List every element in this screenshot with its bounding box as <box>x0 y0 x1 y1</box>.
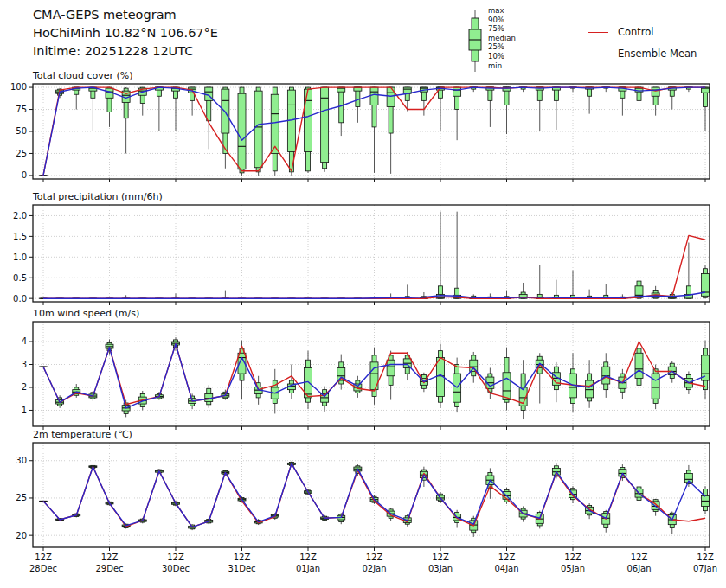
legend-entry-control: Control <box>588 26 654 38</box>
box-25-75 <box>652 374 659 399</box>
meteogram-app: 0255075100Total cloud cover (%)0.00.51.0… <box>0 0 726 588</box>
box-25-75 <box>321 87 329 163</box>
y-tick-label: 1.0 <box>13 252 27 262</box>
box-25-75 <box>222 89 229 133</box>
x-tick-label-date: 04Jan <box>494 564 518 573</box>
x-tick-label-hour: 12Z <box>564 553 581 562</box>
boxplot-legend-label: max <box>488 6 516 16</box>
box-25-75 <box>635 353 643 378</box>
boxplot-legend-label: 90% <box>488 16 516 25</box>
control-label: Control <box>618 26 654 38</box>
chart-inittime: Initime: 20251228 12UTC <box>33 42 218 61</box>
x-axis-labels: 12Z28Dec12Z29Dec12Z30Dec12Z31Dec12Z01Jan… <box>29 553 717 573</box>
y-tick-label: 2.0 <box>13 211 27 220</box>
boxplot-legend-sample <box>465 5 485 76</box>
panel-title-wind-speed: 10m wind speed (m/s) <box>33 308 139 319</box>
x-tick-label-hour: 12Z <box>234 553 251 562</box>
box-25-75 <box>387 360 395 376</box>
boxplot-legend-label: min <box>488 61 516 71</box>
boxplot-legend-label: 25% <box>488 42 516 52</box>
x-tick-label-hour: 12Z <box>697 553 714 562</box>
panel-frame <box>33 205 710 302</box>
box-25-75 <box>470 360 478 371</box>
y-tick-label: 0.0 <box>13 294 27 304</box>
boxplot-legend-labels: max90%75%median25%10%min <box>488 6 516 70</box>
panel-cloud-cover: 0255075100Total cloud cover (%) <box>10 70 710 182</box>
x-tick-label-hour: 12Z <box>366 553 383 562</box>
y-tick-label: 100 <box>10 82 27 92</box>
x-tick-label-hour: 12Z <box>101 553 119 562</box>
ensemble-mean-line-swatch <box>588 54 608 54</box>
x-tick-label-date: 29Dec <box>95 564 123 573</box>
y-tick-label: 3 <box>22 360 27 369</box>
box-25-75 <box>503 373 511 400</box>
boxplot-legend-label: median <box>488 34 516 43</box>
box-25-75 <box>305 89 312 151</box>
y-tick-label: 4 <box>22 336 27 346</box>
panel-precipitation: 0.00.51.01.52.0Total precipitation (mm/6… <box>13 191 710 305</box>
y-tick-label: 25 <box>16 149 27 158</box>
x-tick-label-date: 28Dec <box>29 564 57 573</box>
chart-title: CMA-GEPS meteogram <box>33 6 218 24</box>
x-tick-label-hour: 12Z <box>299 553 317 562</box>
x-tick-label-hour: 12Z <box>432 553 449 562</box>
box-25-75 <box>238 93 246 169</box>
box-25-75 <box>586 380 594 398</box>
box-25-75 <box>370 87 378 105</box>
y-tick-label: 0 <box>22 170 27 180</box>
box-25-75 <box>602 367 610 384</box>
chart-location: HoChiMinh 10.82°N 106.67°E <box>33 24 218 42</box>
chart-header: CMA-GEPS meteogram HoChiMinh 10.82°N 106… <box>33 6 218 61</box>
x-tick-label-date: 03Jan <box>428 564 453 573</box>
x-tick-label-hour: 12Z <box>167 553 184 562</box>
y-tick-label: 1 <box>22 406 27 415</box>
x-tick-label-date: 06Jan <box>626 564 651 573</box>
meteogram-canvas: 0255075100Total cloud cover (%)0.00.51.0… <box>0 0 726 588</box>
panel-wind-speed: 123410m wind speed (m/s) <box>22 308 710 430</box>
panel-title-precipitation: Total precipitation (mm/6h) <box>32 191 163 202</box>
y-tick-label: 25 <box>16 493 27 502</box>
panel-title-temperature: 2m temperature (℃) <box>33 429 132 440</box>
x-tick-label-date: 31Dec <box>228 564 255 573</box>
y-tick-label: 50 <box>16 126 27 136</box>
x-tick-label-date: 05Jan <box>561 564 585 573</box>
box-25-75 <box>254 91 262 168</box>
x-tick-label-hour: 12Z <box>631 553 648 562</box>
panel-title-cloud-cover: Total cloud cover (%) <box>32 70 133 81</box>
ensemble-mean-label: Ensemble Mean <box>618 48 697 60</box>
y-tick-label: 2 <box>22 382 27 392</box>
control-line-swatch <box>588 32 608 33</box>
y-tick-label: 30 <box>16 456 27 465</box>
x-tick-label-date: 01Jan <box>296 564 320 573</box>
box-25-75 <box>453 87 461 96</box>
y-tick-label: 20 <box>16 531 27 540</box>
x-tick-label-date: 30Dec <box>162 564 190 573</box>
x-tick-label-date: 07Jan <box>693 564 717 573</box>
x-tick-label-date: 02Jan <box>362 564 386 573</box>
box-25-75 <box>652 87 659 96</box>
y-tick-label: 0.5 <box>13 273 27 283</box>
boxplot-legend-label: 75% <box>488 24 516 34</box>
panel-data <box>40 462 710 537</box>
panel-data <box>40 337 710 419</box>
y-tick-label: 1.5 <box>13 232 27 241</box>
box-25-75 <box>271 94 279 153</box>
panel-temperature: 2025302m temperature (℃) <box>16 429 710 551</box>
legend-entry-ensemble: Ensemble Mean <box>588 48 697 60</box>
x-tick-label-hour: 12Z <box>498 553 516 562</box>
boxplot-legend-label: 10% <box>488 52 516 61</box>
y-tick-label: 75 <box>16 105 27 114</box>
x-tick-label-hour: 12Z <box>35 553 52 562</box>
